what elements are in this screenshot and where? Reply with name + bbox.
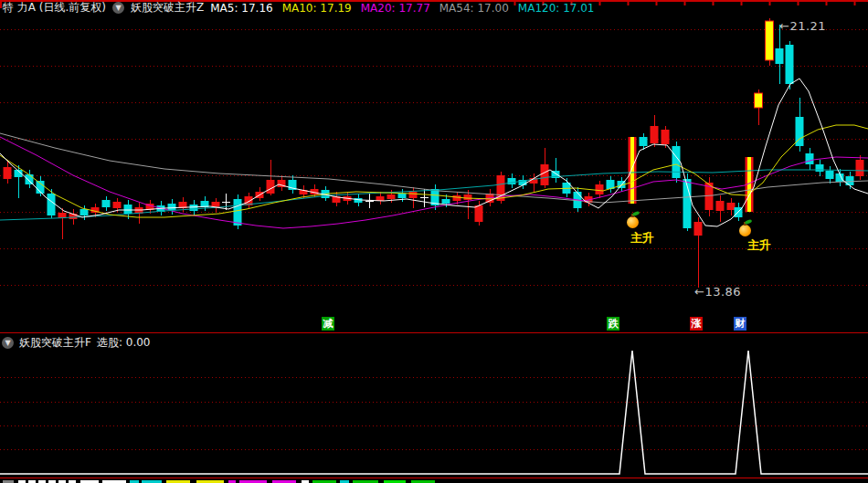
stock-title: 特 力A (日线.前复权) — [3, 0, 106, 16]
panel-separator-line — [0, 332, 868, 333]
signal-label: 主升 — [747, 237, 771, 254]
ma-value: MA54: 17.00 — [439, 2, 509, 15]
high-price-label: ←21.21 — [779, 19, 826, 33]
sub-indicator-name: 妖股突破主升F — [19, 335, 91, 351]
candlestick-chart[interactable] — [0, 0, 868, 483]
ma-values-row: MA5: 17.16MA10: 17.19MA20: 17.77MA54: 17… — [210, 2, 594, 15]
sub-indicator-value: 选股: 0.00 — [97, 335, 151, 351]
tdx-chart-window: 特 力A (日线.前复权) ▼ 妖股突破主升Z MA5: 17.16MA10: … — [0, 0, 868, 483]
event-badge: 涨 — [690, 317, 703, 331]
chevron-down-icon[interactable]: ▼ — [2, 337, 14, 349]
sub-panel-header: ▼ 妖股突破主升F 选股: 0.00 — [2, 336, 150, 350]
signal-label: 主升 — [630, 230, 654, 247]
event-badge: 跌 — [607, 317, 619, 331]
low-price-label: ←13.86 — [694, 285, 741, 299]
ma-value: MA120: 17.01 — [518, 2, 595, 15]
tangerine-icon — [627, 216, 639, 228]
main-header: 特 力A (日线.前复权) ▼ 妖股突破主升Z MA5: 17.16MA10: … — [3, 1, 595, 15]
clipped-text-row — [0, 479, 868, 483]
ma-value: MA5: 17.16 — [210, 2, 272, 15]
ma-value: MA10: 17.19 — [282, 2, 352, 15]
event-badge: 财 — [734, 317, 746, 331]
chevron-down-icon[interactable]: ▼ — [112, 2, 124, 14]
tangerine-icon — [739, 225, 751, 236]
event-badge: 减 — [322, 317, 334, 331]
main-indicator-name: 妖股突破主升Z — [131, 0, 204, 16]
ma-value: MA20: 17.77 — [361, 2, 430, 15]
